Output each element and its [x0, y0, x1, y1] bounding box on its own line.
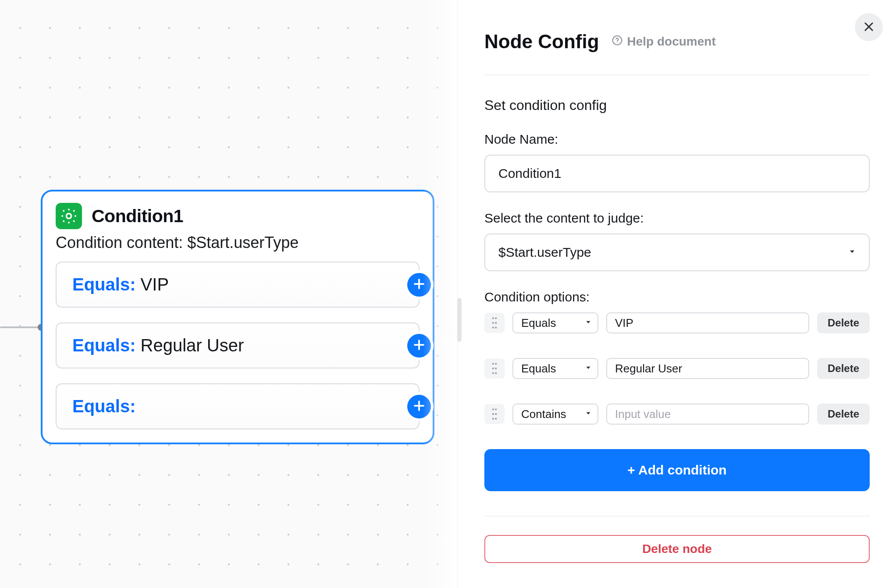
operator-value[interactable] — [512, 404, 598, 425]
close-icon — [863, 21, 875, 34]
svg-point-15 — [492, 408, 494, 410]
delete-condition-button[interactable]: Delete — [817, 358, 870, 379]
svg-point-11 — [492, 368, 494, 369]
node-subtitle-prefix: Condition content: — [56, 234, 187, 251]
svg-point-10 — [495, 363, 497, 365]
condition-option-row: Delete — [484, 312, 870, 333]
svg-point-6 — [495, 322, 497, 324]
plus-icon — [412, 338, 426, 353]
branch-operator: Equals: — [72, 397, 135, 416]
help-label: Help document — [627, 35, 716, 49]
node-title: Condition1 — [92, 206, 183, 227]
svg-point-18 — [495, 413, 497, 415]
panel-divider — [484, 516, 870, 517]
drag-handle-icon[interactable] — [484, 358, 505, 379]
plus-icon — [412, 399, 426, 414]
add-branch-output-button[interactable] — [407, 334, 431, 358]
condition-options-list: DeleteDeleteDelete — [484, 312, 870, 425]
delete-condition-button[interactable]: Delete — [817, 312, 870, 333]
content-judge-value[interactable] — [484, 234, 870, 271]
gear-icon — [56, 203, 82, 229]
plus-icon — [412, 277, 426, 292]
svg-point-19 — [492, 418, 494, 420]
svg-point-5 — [492, 322, 494, 324]
condition-branch-row[interactable]: Equals: — [56, 383, 420, 429]
content-judge-label: Select the content to judge: — [484, 211, 870, 226]
node-header: Condition1 — [56, 203, 420, 229]
condition-node-card[interactable]: Condition1 Condition content: $Start.use… — [41, 190, 434, 444]
svg-point-20 — [495, 418, 497, 420]
condition-branch-row[interactable]: Equals: VIP — [56, 262, 420, 308]
drag-handle-icon[interactable] — [484, 313, 505, 333]
svg-point-8 — [495, 327, 497, 329]
svg-point-14 — [495, 372, 497, 374]
condition-branch-label: Equals: VIP — [72, 275, 403, 294]
svg-point-17 — [492, 413, 494, 415]
svg-point-9 — [492, 363, 494, 365]
svg-point-13 — [492, 372, 494, 374]
condition-value-input[interactable] — [606, 358, 809, 379]
svg-point-4 — [495, 317, 497, 319]
operator-value[interactable] — [512, 312, 598, 333]
condition-value-input[interactable] — [606, 312, 809, 333]
add-branch-output-button[interactable] — [407, 273, 431, 297]
panel-resize-handle[interactable] — [457, 298, 462, 342]
condition-value-input[interactable] — [606, 404, 809, 425]
svg-point-3 — [492, 317, 494, 319]
delete-condition-button[interactable]: Delete — [817, 404, 870, 425]
branch-value: VIP — [141, 275, 169, 294]
branch-operator: Equals: — [72, 275, 135, 294]
panel-header: Node Config Help document — [484, 31, 870, 75]
section-title: Set condition config — [484, 97, 870, 113]
svg-point-16 — [495, 408, 497, 410]
drag-handle-icon[interactable] — [484, 404, 505, 424]
close-panel-button[interactable] — [855, 13, 883, 41]
operator-value[interactable] — [512, 358, 598, 379]
svg-point-7 — [492, 327, 494, 329]
condition-branch-label: Equals: — [72, 397, 403, 416]
help-icon — [612, 35, 623, 49]
node-subtitle-value: $Start.userType — [187, 234, 299, 251]
delete-node-button[interactable]: Delete node — [484, 535, 870, 563]
help-document-link[interactable]: Help document — [612, 35, 716, 49]
content-judge-select[interactable] — [484, 234, 870, 271]
condition-option-row: Delete — [484, 404, 870, 425]
svg-point-12 — [495, 368, 497, 369]
add-branch-output-button[interactable] — [407, 395, 431, 418]
operator-select[interactable] — [512, 312, 598, 333]
add-condition-button[interactable]: + Add condition — [484, 449, 870, 491]
operator-select[interactable] — [512, 404, 598, 425]
branch-value: Regular User — [141, 336, 244, 355]
svg-point-0 — [66, 213, 71, 218]
condition-option-row: Delete — [484, 358, 870, 379]
node-name-input[interactable] — [484, 155, 870, 192]
panel-title: Node Config — [484, 31, 599, 53]
branch-operator: Equals: — [72, 336, 135, 355]
condition-branch-row[interactable]: Equals: Regular User — [56, 322, 420, 368]
edge-connector-line — [0, 326, 39, 328]
node-subtitle: Condition content: $Start.userType — [56, 234, 420, 252]
node-config-panel: Node Config Help document Set condition … — [458, 0, 896, 588]
operator-select[interactable] — [512, 358, 598, 379]
condition-options-label: Condition options: — [484, 290, 870, 305]
svg-point-2 — [617, 42, 618, 43]
node-name-label: Node Name: — [484, 132, 870, 147]
condition-branch-label: Equals: Regular User — [72, 336, 403, 355]
